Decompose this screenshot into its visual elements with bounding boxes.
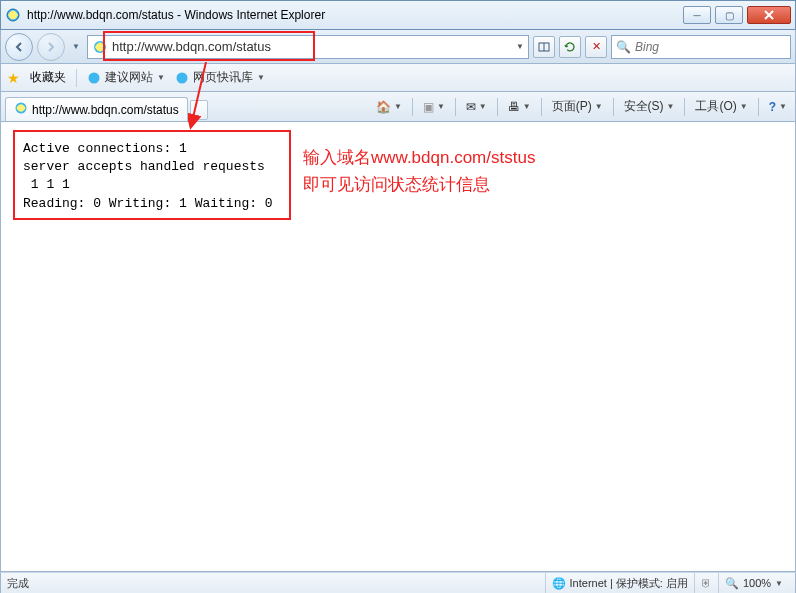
minimize-button[interactable]: ─ (683, 6, 711, 24)
rss-icon: ▣ (423, 100, 434, 114)
window-titlebar: http://www.bdqn.com/status - Windows Int… (0, 0, 796, 30)
window-title: http://www.bdqn.com/status - Windows Int… (27, 8, 683, 22)
tab-current[interactable]: http://www.bdqn.com/status (5, 97, 188, 121)
url-input[interactable] (112, 39, 516, 54)
safety-menu[interactable]: 安全(S) ▼ (620, 96, 679, 117)
url-dropdown-icon[interactable]: ▼ (516, 42, 524, 51)
ie-icon (87, 71, 101, 85)
ie-icon (175, 71, 189, 85)
page-menu[interactable]: 页面(P) ▼ (548, 96, 607, 117)
suggested-sites[interactable]: 建议网站 ▼ (87, 69, 165, 86)
nginx-status-output: Active connections: 1 server accepts han… (13, 130, 291, 220)
chevron-down-icon: ▼ (257, 73, 265, 82)
back-button[interactable] (5, 33, 33, 61)
refresh-button[interactable] (559, 36, 581, 58)
divider (684, 98, 685, 116)
zoom-control[interactable]: 🔍 100% ▼ (718, 573, 789, 593)
annotation-line2: 即可见访问状态统计信息 (303, 171, 535, 198)
forward-button[interactable] (37, 33, 65, 61)
address-bar[interactable]: ▼ (87, 35, 529, 59)
divider (412, 98, 413, 116)
search-icon: 🔍 (616, 40, 631, 54)
favorites-bar: ★ 收藏夹 建议网站 ▼ 网页快讯库 ▼ (0, 64, 796, 92)
annotation-line1: 输入域名www.bdqn.com/ststus (303, 144, 535, 171)
web-slice-label: 网页快讯库 (193, 69, 253, 86)
search-input[interactable] (635, 40, 786, 54)
divider (497, 98, 498, 116)
chevron-down-icon: ▼ (157, 73, 165, 82)
status-bar: 完成 🌐 Internet | 保护模式: 启用 ⛨ 🔍 100% ▼ (0, 572, 796, 593)
navigation-bar: ▼ ▼ ✕ 🔍 (0, 30, 796, 64)
tab-title: http://www.bdqn.com/status (32, 103, 179, 117)
ie-icon (14, 101, 28, 118)
ie-icon (5, 7, 21, 23)
status-text: 完成 (7, 576, 29, 591)
zone-label: Internet | 保护模式: 启用 (570, 576, 688, 591)
mail-icon: ✉ (466, 100, 476, 114)
svg-point-5 (176, 72, 187, 83)
print-icon: 🖶 (508, 100, 520, 114)
suggested-sites-label: 建议网站 (105, 69, 153, 86)
page-icon (92, 39, 108, 55)
zoom-level: 100% (743, 577, 771, 589)
page-content: Active connections: 1 server accepts han… (0, 122, 796, 572)
help-button[interactable]: ?▼ (765, 98, 791, 116)
chevron-down-icon: ▼ (775, 579, 783, 588)
favorites-star-icon[interactable]: ★ (7, 70, 20, 86)
maximize-button[interactable]: ▢ (715, 6, 743, 24)
zone-indicator[interactable]: 🌐 Internet | 保护模式: 启用 (545, 573, 694, 593)
home-icon: 🏠 (376, 100, 391, 114)
web-slice-gallery[interactable]: 网页快讯库 ▼ (175, 69, 265, 86)
divider (613, 98, 614, 116)
mail-button[interactable]: ✉▼ (462, 98, 491, 116)
help-icon: ? (769, 100, 776, 114)
favorites-label[interactable]: 收藏夹 (30, 69, 66, 86)
search-box[interactable]: 🔍 (611, 35, 791, 59)
tools-menu[interactable]: 工具(O) ▼ (691, 96, 751, 117)
home-button[interactable]: 🏠▼ (372, 98, 406, 116)
feeds-button[interactable]: ▣▼ (419, 98, 449, 116)
window-buttons: ─ ▢ (683, 6, 791, 24)
print-button[interactable]: 🖶▼ (504, 98, 535, 116)
zoom-icon: 🔍 (725, 577, 739, 590)
globe-icon: 🌐 (552, 577, 566, 590)
shield-icon: ⛨ (701, 577, 712, 589)
popup-blocker-indicator[interactable]: ⛨ (694, 573, 718, 593)
compat-view-button[interactable] (533, 36, 555, 58)
divider (541, 98, 542, 116)
divider (455, 98, 456, 116)
history-dropdown[interactable]: ▼ (69, 34, 83, 60)
new-tab-button[interactable] (190, 100, 208, 120)
divider (76, 69, 77, 87)
tab-command-bar: http://www.bdqn.com/status 🏠▼ ▣▼ ✉▼ 🖶▼ 页… (0, 92, 796, 122)
close-button[interactable] (747, 6, 791, 24)
svg-point-4 (89, 72, 100, 83)
annotation-text: 输入域名www.bdqn.com/ststus 即可见访问状态统计信息 (303, 144, 535, 198)
stop-button[interactable]: ✕ (585, 36, 607, 58)
divider (758, 98, 759, 116)
